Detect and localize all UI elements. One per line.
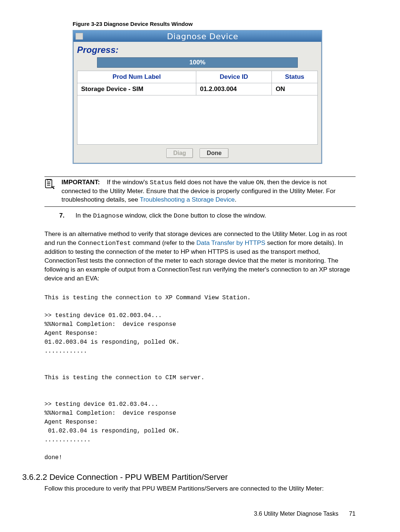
text: button to close the window. bbox=[189, 212, 266, 219]
important-label: IMPORTANT: bbox=[61, 179, 100, 186]
divider bbox=[44, 206, 356, 207]
dialog-titlebar: Diagnose Device bbox=[73, 31, 321, 42]
important-icon bbox=[44, 178, 55, 204]
cell-prod-label: Storage Device - SIM bbox=[77, 83, 196, 95]
cell-status: ON bbox=[272, 83, 318, 95]
footer-text: 3.6 Utility Meter Diagnose Tasks bbox=[254, 511, 339, 517]
console-output: This is testing the connection to XP Com… bbox=[44, 293, 356, 462]
col-device-id: Device ID bbox=[196, 71, 272, 83]
text: field does not have the value bbox=[172, 179, 256, 186]
results-table: Prod Num Label Device ID Status Storage … bbox=[77, 71, 318, 145]
important-note: IMPORTANT: If the window's Status field … bbox=[44, 178, 356, 204]
dialog-title: Diagnose Device bbox=[86, 32, 319, 41]
alt-method-paragraph: There is an alternative method to verify… bbox=[44, 230, 356, 283]
cell-device-id: 01.2.003.004 bbox=[196, 83, 272, 95]
table-row: Storage Device - SIM 01.2.003.004 ON bbox=[77, 83, 318, 95]
done-button[interactable]: Done bbox=[200, 148, 229, 158]
data-transfer-link[interactable]: Data Transfer by HTTPS bbox=[196, 239, 265, 246]
step-7: 7. In the Diagnose window, click the Don… bbox=[59, 212, 356, 219]
code-done: Done bbox=[174, 212, 189, 219]
page-number: 71 bbox=[349, 511, 356, 517]
col-prod-num-label: Prod Num Label bbox=[77, 71, 196, 83]
text: In the bbox=[76, 212, 93, 219]
col-status: Status bbox=[272, 71, 318, 83]
code-status: Status bbox=[150, 179, 172, 186]
section-body: Follow this procedure to verify that PPU… bbox=[44, 484, 356, 493]
section-heading: 3.6.2.2 Device Connection - PPU WBEM Par… bbox=[22, 472, 356, 482]
text: . bbox=[235, 196, 237, 203]
system-menu-icon[interactable] bbox=[76, 33, 83, 40]
troubleshooting-link[interactable]: Troubleshooting a Storage Device bbox=[140, 196, 234, 203]
figure-caption: Figure 3-23 Diagnose Device Results Wind… bbox=[73, 21, 356, 27]
code-diagnose: Diagnose bbox=[93, 212, 123, 219]
diag-button: Diag bbox=[166, 148, 193, 158]
diagnose-device-dialog: Diagnose Device Progress: 100% Prod Num … bbox=[73, 30, 322, 164]
progress-label: Progress: bbox=[77, 45, 318, 55]
divider bbox=[44, 176, 356, 177]
code-connectiontest: ConnectionTest bbox=[78, 240, 131, 247]
table-empty-area bbox=[77, 95, 318, 145]
code-on: ON bbox=[256, 179, 263, 186]
step-number: 7. bbox=[59, 212, 68, 219]
text: window, click the bbox=[123, 212, 174, 219]
text: If the window's bbox=[107, 179, 150, 186]
progress-bar: 100% bbox=[97, 57, 298, 68]
page-footer: 3.6 Utility Meter Diagnose Tasks 71 bbox=[254, 511, 356, 517]
text: command (refer to the bbox=[131, 239, 197, 246]
